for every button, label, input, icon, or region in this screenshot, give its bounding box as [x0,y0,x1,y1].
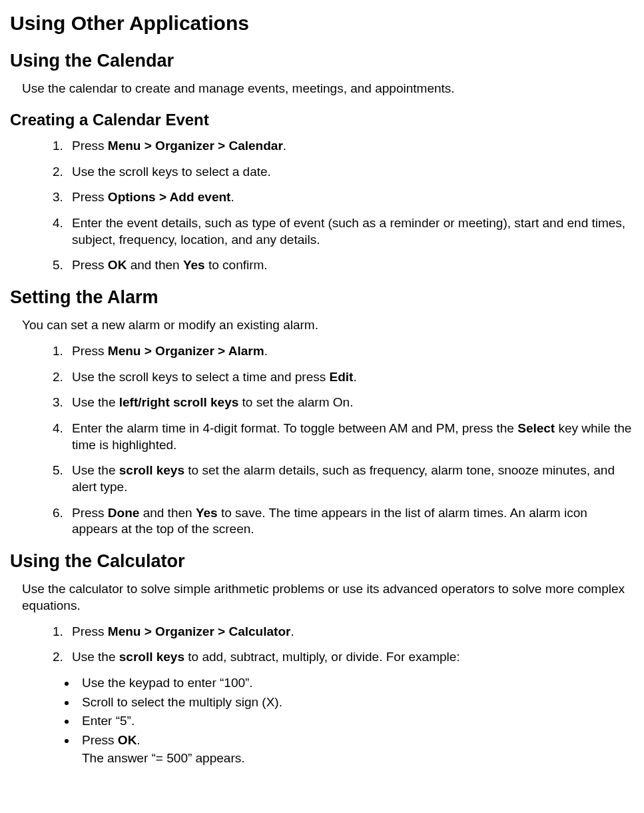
text: . [353,370,356,384]
bold-text: scroll keys [119,463,184,477]
text: Use the scroll keys to select a time and… [72,370,330,384]
text: to confirm. [205,258,268,272]
text: Press [72,506,108,520]
bold-text: Menu > Organizer > Calendar [108,139,283,153]
list-item: Press Options > Add event. [67,189,634,206]
bold-text: Select [517,421,555,435]
text: Use the [72,395,119,409]
bold-text: Edit [330,370,354,384]
bold-text: scroll keys [119,650,184,664]
bold-text: Menu > Organizer > Alarm [108,344,264,358]
bold-text: Done [108,506,140,520]
text: and then [127,258,183,272]
list-item: Use the scroll keys to select a time and… [67,369,634,386]
list-item: Use the left/right scroll keys to set th… [67,395,634,411]
text: . [283,139,286,153]
text: Press [72,624,108,638]
text: Use the [72,650,119,664]
list-item: Press OK.The answer “= 500” appears. [77,732,634,766]
list-item: Press Done and then Yes to save. The tim… [67,505,634,538]
bold-text: left/right scroll keys [119,395,239,409]
list-item: Enter the alarm time in 4-digit format. … [67,420,634,453]
text: Press [82,733,118,747]
alarm-heading: Setting the Alarm [10,286,634,309]
calculator-heading: Using the Calculator [10,550,634,573]
text: to add, subtract, multiply, or divide. F… [184,650,460,664]
calendar-heading: Using the Calendar [10,49,634,73]
calculator-bullets: Use the keypad to enter “100”. Scroll to… [53,675,634,766]
bold-text: Yes [196,506,218,520]
calendar-steps: Press Menu > Organizer > Calendar. Use t… [43,138,634,274]
list-item: Press Menu > Organizer > Alarm. [67,343,634,360]
bold-text: Yes [183,258,205,272]
text: . [264,344,268,358]
bold-text: Menu > Organizer > Calculator [108,624,291,638]
text: . [137,733,140,747]
page-title: Using Other Applications [10,10,634,36]
text: Press [72,190,108,204]
list-item: Use the scroll keys to select a date. [67,164,634,181]
text: . [290,624,294,638]
text: Press [72,139,108,153]
list-item: Use the scroll keys to set the alarm det… [67,462,634,495]
alarm-steps: Press Menu > Organizer > Alarm. Use the … [43,343,634,538]
list-item: Press OK and then Yes to confirm. [67,257,634,274]
list-item: Press Menu > Organizer > Calculator. [67,624,634,640]
text: Use the [72,463,119,477]
list-item: Use the keypad to enter “100”. [77,675,634,692]
bold-text: OK [108,258,127,272]
text: to set the alarm On. [238,395,353,409]
calculator-steps: Press Menu > Organizer > Calculator. Use… [43,624,634,666]
calculator-intro: Use the calculator to solve simple arith… [22,581,634,614]
alarm-intro: You can set a new alarm or modify an exi… [22,317,634,334]
text: and then [139,506,196,520]
list-item: Scroll to select the multiply sign (X). [77,694,634,711]
list-item: Use the scroll keys to add, subtract, mu… [67,649,634,666]
list-item: Enter “5”. [77,713,634,730]
text: Press [72,258,108,272]
text: . [230,190,234,204]
calendar-event-heading: Creating a Calendar Event [10,109,634,130]
bold-text: Options > Add event [108,190,231,204]
calendar-intro: Use the calendar to create and manage ev… [22,81,634,97]
bold-text: OK [118,733,137,747]
list-item: Press Menu > Organizer > Calendar. [67,138,634,155]
text: Press [72,344,108,358]
text: Enter the alarm time in 4-digit format. … [72,421,517,435]
text: The answer “= 500” appears. [82,750,634,767]
list-item: Enter the event details, such as type of… [67,215,634,248]
